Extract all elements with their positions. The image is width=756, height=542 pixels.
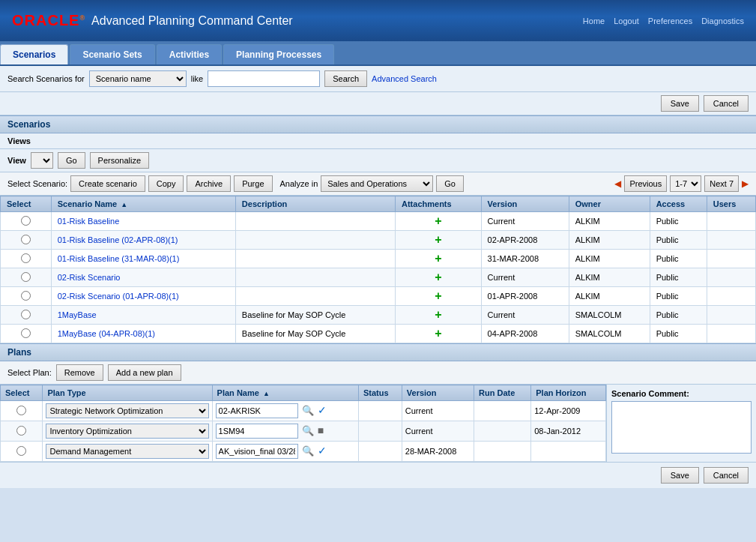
nav-logout[interactable]: Logout	[614, 16, 639, 25]
archive-button[interactable]: Archive	[187, 175, 231, 192]
top-save-button[interactable]: Save	[661, 95, 699, 112]
plan-type-cell[interactable]: Strategic Network OptimizationInventory …	[43, 401, 212, 421]
select-cell[interactable]	[1, 325, 52, 343]
description-cell: Baseline for May SOP Cycle	[235, 325, 395, 343]
analyze-select[interactable]: Sales and Operations	[321, 175, 433, 192]
attachment-add-icon[interactable]: +	[435, 327, 441, 340]
select-cell[interactable]	[1, 268, 52, 287]
analyze-go-button[interactable]: Go	[436, 175, 464, 192]
attachment-add-icon[interactable]: +	[435, 289, 441, 302]
view-go-button[interactable]: Go	[58, 152, 85, 169]
select-cell[interactable]	[1, 212, 52, 231]
plan-type-select[interactable]: Strategic Network OptimizationInventory …	[46, 424, 208, 439]
plan-search-icon[interactable]: 🔍	[300, 425, 315, 436]
top-cancel-button[interactable]: Cancel	[704, 95, 749, 112]
attachment-add-icon[interactable]: +	[435, 233, 441, 246]
tab-activities[interactable]: Activities	[157, 44, 222, 64]
select-cell[interactable]	[1, 250, 52, 268]
attachment-add-icon[interactable]: +	[435, 252, 441, 265]
attachments-cell[interactable]: +	[396, 250, 482, 268]
bottom-save-button[interactable]: Save	[661, 467, 699, 484]
scenario-name-link[interactable]: 02-Risk Scenario	[58, 273, 121, 282]
attachments-cell[interactable]: +	[396, 212, 482, 231]
nav-home[interactable]: Home	[583, 16, 605, 25]
previous-button[interactable]: Previous	[624, 175, 667, 192]
scenario-name-cell: 01-Risk Baseline (02-APR-08)(1)	[51, 231, 235, 250]
plan-select-cell[interactable]	[1, 442, 43, 462]
purge-button[interactable]: Purge	[234, 175, 272, 192]
table-row: 02-Risk Scenario (01-APR-08)(1) + 01-APR…	[1, 287, 756, 306]
version-cell: Current	[481, 212, 569, 231]
tab-scenario-sets[interactable]: Scenario Sets	[70, 44, 154, 64]
scenario-name-link[interactable]: 02-Risk Scenario (01-APR-08)(1)	[58, 292, 179, 301]
search-label: Search Scenarios for	[7, 74, 85, 83]
scenario-name-link[interactable]: 1MayBase	[58, 310, 97, 319]
search-input[interactable]	[208, 70, 320, 87]
scenario-name-link[interactable]: 1MayBase (04-APR-08)(1)	[58, 329, 155, 338]
owner-cell: ALKIM	[569, 268, 650, 287]
description-cell	[235, 212, 395, 231]
attachment-add-icon[interactable]: +	[435, 308, 441, 321]
search-button[interactable]: Search	[324, 70, 367, 87]
search-field-select[interactable]: Scenario name	[89, 70, 187, 87]
plan-select-cell[interactable]	[1, 421, 43, 442]
plan-name-cell[interactable]: 🔍 ✓	[212, 401, 358, 421]
attachments-cell[interactable]: +	[396, 287, 482, 306]
tab-planning-processes[interactable]: Planning Processes	[223, 44, 334, 64]
top-action-bar: Save Cancel	[0, 92, 756, 115]
attachments-cell[interactable]: +	[396, 325, 482, 343]
scenario-name-link[interactable]: 01-Risk Baseline	[58, 217, 120, 226]
scenario-name-link[interactable]: 01-Risk Baseline (02-APR-08)(1)	[58, 235, 178, 244]
personalize-button[interactable]: Personalize	[90, 152, 149, 169]
plan-type-cell[interactable]: Strategic Network OptimizationInventory …	[43, 442, 212, 462]
plan-type-select[interactable]: Strategic Network OptimizationInventory …	[46, 444, 208, 459]
col-scenario-name[interactable]: Scenario Name ▲	[51, 196, 235, 212]
plan-type-cell[interactable]: Strategic Network OptimizationInventory …	[43, 421, 212, 442]
copy-button[interactable]: Copy	[148, 175, 184, 192]
nav-preferences[interactable]: Preferences	[648, 16, 692, 25]
view-select[interactable]	[31, 152, 53, 169]
nav-diagnostics[interactable]: Diagnostics	[701, 16, 744, 25]
version-cell: 31-MAR-2008	[481, 250, 569, 268]
bottom-cancel-button[interactable]: Cancel	[704, 467, 749, 484]
tab-scenarios[interactable]: Scenarios	[0, 44, 68, 64]
app-title: Advanced Planning Command Center	[91, 14, 293, 28]
plan-name-input[interactable]	[216, 424, 298, 439]
attachments-cell[interactable]: +	[396, 231, 482, 250]
scenario-name-link[interactable]: 01-Risk Baseline (31-MAR-08)(1)	[58, 254, 180, 263]
create-scenario-button[interactable]: Create scenario	[70, 175, 145, 192]
comment-textarea[interactable]	[611, 401, 752, 454]
access-cell: Public	[650, 287, 707, 306]
plan-name-cell[interactable]: 🔍 ✓	[212, 442, 358, 462]
add-plan-button[interactable]: Add a new plan	[108, 364, 181, 381]
owner-cell: ALKIM	[569, 250, 650, 268]
attachments-cell[interactable]: +	[396, 306, 482, 325]
select-cell[interactable]	[1, 287, 52, 306]
plan-search-icon[interactable]: 🔍	[300, 405, 315, 416]
select-cell[interactable]	[1, 231, 52, 250]
plan-name-input[interactable]	[216, 444, 298, 459]
select-cell[interactable]	[1, 306, 52, 325]
version-cell: 04-APR-2008	[481, 325, 569, 343]
advanced-search-link[interactable]: Advanced Search	[372, 74, 437, 83]
plans-section-header: Plans	[0, 343, 756, 361]
remove-button[interactable]: Remove	[56, 364, 103, 381]
plan-name-input[interactable]	[216, 403, 298, 418]
attachment-add-icon[interactable]: +	[435, 271, 441, 283]
plans-table-wrap: Select Plan Type Plan Name ▲ Status Vers…	[0, 385, 606, 462]
search-bar: Search Scenarios for Scenario name like …	[0, 66, 756, 92]
plan-search-icon[interactable]: 🔍	[300, 445, 315, 457]
plan-select-cell[interactable]	[1, 401, 43, 421]
plan-col-name[interactable]: Plan Name ▲	[212, 385, 358, 401]
description-cell: Baseline for May SOP Cycle	[235, 306, 395, 325]
next-button[interactable]: Next 7	[704, 175, 739, 192]
version-cell: 01-APR-2008	[481, 287, 569, 306]
col-access: Access	[650, 196, 707, 212]
plan-type-select[interactable]: Strategic Network OptimizationInventory …	[46, 403, 208, 418]
tabs-bar: Scenarios Scenario Sets Activities Plann…	[0, 41, 756, 66]
plan-name-cell[interactable]: 🔍 ■	[212, 421, 358, 442]
scenarios-section-header: Scenarios	[0, 115, 756, 133]
attachment-add-icon[interactable]: +	[435, 214, 441, 227]
page-range-select[interactable]: 1-7	[670, 175, 701, 192]
attachments-cell[interactable]: +	[396, 268, 482, 287]
